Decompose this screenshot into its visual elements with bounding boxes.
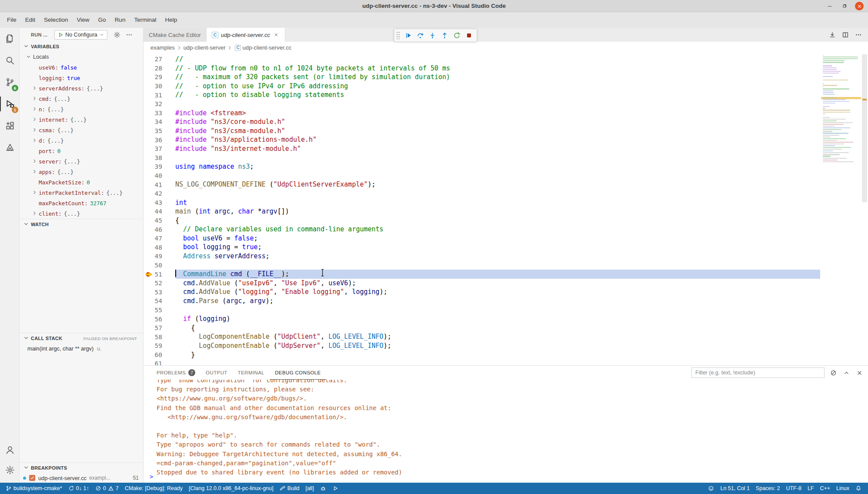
status-remote-os[interactable]: Linux: [833, 483, 852, 494]
gutter[interactable]: 60: [144, 350, 175, 360]
close-button[interactable]: [855, 2, 864, 10]
breakpoint-checkbox[interactable]: [29, 475, 35, 481]
gutter[interactable]: 33: [144, 109, 175, 118]
code-line[interactable]: 50: [144, 261, 868, 270]
stop-button[interactable]: [464, 30, 474, 40]
variable-row[interactable]: csma:{...}: [20, 125, 143, 135]
variable-row[interactable]: server:{...}: [20, 156, 143, 167]
gutter[interactable]: 49: [144, 252, 175, 261]
scrollbar-thumb[interactable]: [862, 54, 867, 202]
gutter[interactable]: 54: [144, 297, 175, 306]
code-line[interactable]: 61: [144, 359, 868, 365]
status-encoding[interactable]: UTF-8: [783, 483, 804, 494]
minimap[interactable]: [821, 53, 861, 365]
gutter[interactable]: 30: [144, 82, 175, 91]
status-eol[interactable]: LF: [805, 483, 817, 494]
step-into-button[interactable]: [427, 30, 437, 40]
status-language[interactable]: C++: [817, 483, 833, 494]
open-changes-button[interactable]: [828, 30, 837, 39]
activity-cmake-tools[interactable]: [0, 137, 20, 158]
status-cmake-kit[interactable]: [Clang 12.0.0 x86_64-pc-linux-gnu]: [186, 483, 277, 494]
gutter[interactable]: 37: [144, 144, 175, 154]
code-line[interactable]: 60 }: [144, 350, 868, 360]
code-line[interactable]: 34#include "ns3/core-module.h": [144, 117, 868, 127]
variable-row[interactable]: maxPacketCount:32767: [20, 198, 143, 208]
gutter[interactable]: 40: [144, 171, 175, 180]
status-cmake-status[interactable]: CMake: [Debug]: Ready: [122, 483, 186, 494]
gutter[interactable]: 27: [144, 55, 175, 64]
code-line[interactable]: 45{: [144, 216, 868, 225]
tab-udp-client-server-cc[interactable]: Cudp-client-server.cc: [207, 28, 285, 42]
variable-row[interactable]: port:0: [20, 146, 143, 156]
variables-scope-row[interactable]: Locals: [20, 52, 143, 62]
gutter[interactable]: 52: [144, 279, 175, 288]
breadcrumb-item-examples[interactable]: examples: [150, 44, 175, 51]
gutter[interactable]: 55: [144, 306, 175, 315]
variable-row[interactable]: n:{...}: [20, 104, 143, 114]
activity-explorer[interactable]: [0, 28, 20, 50]
code-line[interactable]: 55: [144, 306, 868, 315]
code-line[interactable]: 40: [144, 171, 868, 180]
gutter[interactable]: 32: [144, 100, 175, 109]
drag-handle-icon[interactable]: [396, 31, 400, 39]
panel-tab-output[interactable]: OUTPUT: [200, 366, 233, 380]
variable-row[interactable]: d:{...}: [20, 135, 143, 146]
menu-help[interactable]: Help: [160, 14, 181, 26]
debug-config-dropdown[interactable]: No Configura: [54, 30, 107, 40]
gutter[interactable]: 50: [144, 261, 175, 270]
step-out-button[interactable]: [439, 30, 450, 40]
gutter[interactable]: 57: [144, 324, 175, 333]
gutter[interactable]: 36: [144, 135, 175, 144]
variable-row[interactable]: useV6:false: [20, 62, 143, 73]
code-line[interactable]: 27//: [144, 55, 868, 64]
clear-console-button[interactable]: [829, 368, 838, 377]
editor-scrollbar[interactable]: [861, 53, 868, 365]
code-line[interactable]: 59 LogComponentEnable ("UdpServer", LOG_…: [144, 341, 868, 350]
code-editor[interactable]: 27//28// - UDP flow from n0 to n1 of 102…: [144, 53, 868, 365]
status-git-branch[interactable]: buildsystem-cmake*: [3, 483, 65, 494]
panel-tab-terminal[interactable]: TERMINAL: [233, 366, 270, 380]
maximize-panel-button[interactable]: [842, 368, 851, 377]
menu-terminal[interactable]: Terminal: [130, 14, 160, 26]
status-cmake-target[interactable]: [all]: [302, 483, 317, 494]
variable-row[interactable]: client:{...}: [20, 208, 143, 219]
code-line[interactable]: 46 // Declare variables used in command-…: [144, 225, 868, 234]
code-line[interactable]: 37#include "ns3/internet-module.h": [144, 144, 868, 154]
variable-row[interactable]: internet:{...}: [20, 114, 143, 125]
gutter[interactable]: 43: [144, 198, 175, 207]
variable-row[interactable]: MaxPacketSize:0: [20, 177, 143, 187]
breakpoints-header[interactable]: BREAKPOINTS: [20, 463, 143, 473]
activity-run-and-debug[interactable]: 1: [0, 93, 20, 115]
code-line[interactable]: 32: [144, 100, 868, 109]
variable-row[interactable]: logging:true: [20, 73, 143, 83]
code-line[interactable]: 58 LogComponentEnable ("UdpClient", LOG_…: [144, 332, 868, 341]
code-line[interactable]: 36#include "ns3/applications-module.h": [144, 135, 868, 144]
gutter[interactable]: 58: [144, 332, 175, 341]
call-stack-header[interactable]: CALL STACK PAUSED ON BREAKPOINT: [20, 333, 143, 344]
panel-tab-problems[interactable]: PROBLEMS7: [151, 366, 200, 380]
code-line[interactable]: 39using namespace ns3;: [144, 162, 868, 171]
activity-manage[interactable]: [0, 460, 20, 480]
gutter[interactable]: 48: [144, 243, 175, 252]
panel-tab-debug-console[interactable]: DEBUG CONSOLE: [270, 366, 326, 380]
restart-button[interactable]: [451, 30, 462, 40]
gutter[interactable]: 35: [144, 127, 175, 136]
variable-row[interactable]: serverAddress:{...}: [20, 83, 143, 93]
gutter[interactable]: 29: [144, 73, 175, 82]
breakpoint-item[interactable]: udp-client-server.cc exampl... 51: [20, 473, 143, 483]
code-line[interactable]: 29// - maximum of 320 packets sent (or l…: [144, 73, 868, 82]
code-line[interactable]: 30// - option to use IPv4 or IPv6 addres…: [144, 82, 868, 91]
code-line[interactable]: 51 CommandLine cmd (__FILE__);: [144, 270, 868, 279]
code-line[interactable]: 47 bool useV6 = false;: [144, 234, 868, 243]
gutter[interactable]: 59: [144, 341, 175, 350]
console-filter-input[interactable]: [691, 367, 825, 378]
code-line[interactable]: 31// - option to disable logging stateme…: [144, 90, 868, 100]
gutter[interactable]: 38: [144, 154, 175, 163]
code-line[interactable]: 38: [144, 154, 868, 163]
code-line[interactable]: 57 {: [144, 324, 868, 333]
gutter[interactable]: 42: [144, 189, 175, 198]
tab-cmake-cache-editor[interactable]: CMake Cache Editor: [144, 28, 207, 42]
gutter[interactable]: 56: [144, 314, 175, 324]
gear-icon[interactable]: [114, 31, 120, 38]
step-over-button[interactable]: [415, 30, 425, 40]
